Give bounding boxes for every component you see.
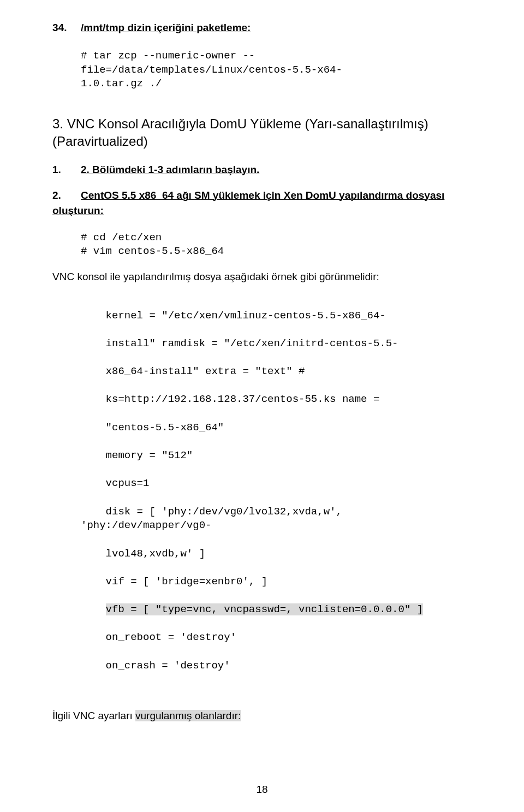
list-number: 34.	[52, 22, 81, 34]
code-line: on_reboot = 'destroy'	[106, 631, 236, 643]
code-block-2: # cd /etc/xen # vim centos-5.5-x86_64	[81, 231, 472, 259]
code-line: vcpus=1	[106, 477, 150, 489]
section-heading-3: 3. VNC Konsol Aracılığıyla DomU Yükleme …	[52, 115, 472, 151]
final-text-a: İlgili VNC ayarları	[52, 710, 135, 721]
list-item-34: 34. /mnt/tmp dizin içeriğini paketleme:	[52, 22, 472, 34]
document-page: 34. /mnt/tmp dizin içeriğini paketleme: …	[0, 0, 524, 812]
code-line: ks=http://192.168.128.37/centos-55.ks na…	[106, 393, 380, 405]
step-text-line-a: CentOS 5.5 x86_64 ağı SM yüklemek için X…	[81, 189, 444, 201]
paragraph-final: İlgili VNC ayarları vurgulanmış olanlard…	[52, 710, 472, 722]
step-number: 2.	[52, 188, 81, 204]
step-text-line-b: oluşturun:	[52, 205, 104, 216]
code-line: memory = "512"	[106, 449, 193, 461]
code-line: on_crash = 'destroy'	[106, 660, 230, 672]
paragraph: VNC konsol ile yapılandırılmış dosya aşa…	[52, 271, 472, 283]
code-line: vif = [ 'bridge=xenbr0', ]	[106, 576, 267, 588]
code-line-highlighted: vfb = [ "type=vnc, vncpasswd=, vnclisten…	[106, 603, 424, 615]
step-number: 1.	[52, 164, 81, 176]
code-block-1: # tar zcp --numeric-owner -- file=/data/…	[81, 49, 472, 91]
final-highlighted: vurgulanmış olanlardır:	[135, 710, 241, 721]
code-line: install" ramdisk = "/etc/xen/initrd-cent…	[106, 337, 398, 349]
step-2-wrapper: 2.CentOS 5.5 x86_64 ağı SM yüklemek için…	[52, 188, 472, 219]
code-line: lvol48,xvdb,w' ]	[106, 548, 205, 560]
step-1: 1. 2. Bölümdeki 1-3 adımların başlayın.	[52, 164, 472, 176]
code-block-3: kernel = "/etc/xen/vmlinuz-centos-5.5-x8…	[81, 295, 472, 687]
code-line: "centos-5.5-x86_64"	[106, 422, 224, 434]
page-number: 18	[0, 784, 524, 796]
code-line: disk = [ 'phy:/dev/vg0/lvol32,xvda,w', '…	[81, 506, 348, 532]
code-line: x86_64-install" extra = "text" #	[106, 365, 305, 377]
code-line: kernel = "/etc/xen/vmlinuz-centos-5.5-x8…	[106, 310, 386, 322]
step-text: 2. Bölümdeki 1-3 adımların başlayın.	[81, 164, 259, 176]
list-title: /mnt/tmp dizin içeriğini paketleme:	[81, 22, 251, 34]
